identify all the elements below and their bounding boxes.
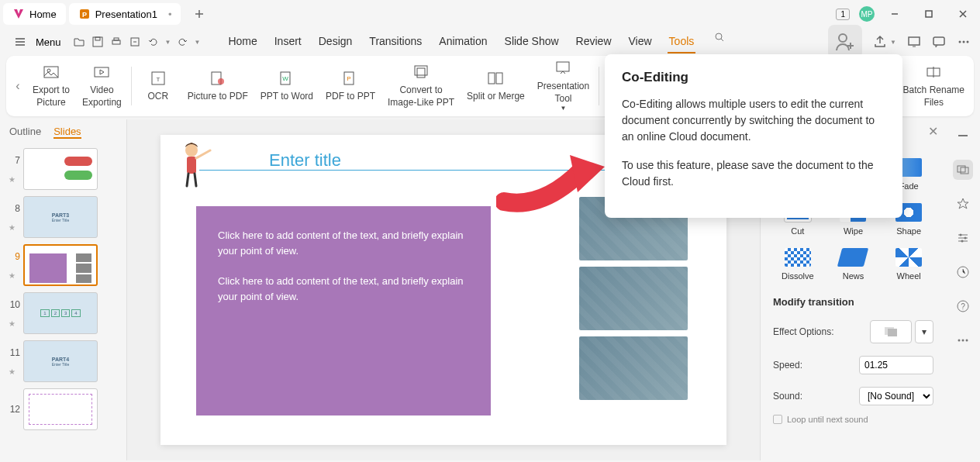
slide-thumb[interactable]: 1234 (23, 292, 98, 334)
effect-preview[interactable] (870, 320, 912, 343)
tab-transitions[interactable]: Transitions (368, 30, 423, 53)
speed-label: Speed: (773, 360, 802, 371)
tab-view[interactable]: View (627, 30, 654, 53)
sidetool-settings[interactable] (953, 228, 973, 248)
speed-input[interactable] (859, 356, 933, 374)
sound-select[interactable]: [No Sound] (859, 387, 933, 405)
sidetool-history[interactable] (953, 262, 973, 282)
slide-item-9[interactable]: 9★ (6, 244, 120, 286)
menu-label[interactable]: Menu (36, 36, 61, 48)
tab-insert[interactable]: Insert (273, 30, 303, 53)
transition-news[interactable]: News (829, 248, 878, 281)
more-icon[interactable] (957, 35, 971, 49)
slide-thumb[interactable] (23, 148, 98, 190)
tooltip-title: Co-Editing (622, 70, 885, 85)
share-icon[interactable] (873, 35, 887, 49)
rib-pdf-ppt[interactable]: P PDF to PPT (319, 66, 381, 106)
slides-list[interactable]: 7★ 8★ PART3Enter Title 9★ 10★ 1234 11★ P… (0, 145, 126, 460)
content-box[interactable]: Click here to add content of the text, a… (196, 206, 491, 415)
tab-home[interactable]: Home (226, 30, 258, 53)
user-avatar[interactable]: MP (859, 6, 875, 22)
tool-icon (554, 59, 572, 78)
sidetool-more[interactable] (953, 330, 973, 350)
save-icon[interactable] (91, 35, 105, 49)
undo-chevron[interactable]: ▼ (165, 39, 171, 46)
sidetool-transitions[interactable] (953, 160, 973, 180)
slide-title[interactable]: Enter title (269, 150, 341, 171)
rib-ppt-word[interactable]: W PPT to Word (254, 66, 319, 106)
effect-options-row: Effect Options: ▾ (773, 320, 933, 343)
svg-rect-11 (933, 37, 944, 45)
rib-batch-rename[interactable]: Batch Rename Files (897, 60, 971, 112)
slide-thumb-active[interactable] (23, 244, 98, 286)
split-icon (486, 69, 505, 88)
tab-outline[interactable]: Outline (9, 126, 41, 139)
content-para-1[interactable]: Click here to add content of the text, a… (218, 228, 469, 258)
sidetool-help[interactable]: ? (953, 296, 973, 316)
slide-item-8[interactable]: 8★ PART3Enter Title (6, 196, 120, 238)
sidetool-collapse[interactable] (953, 126, 973, 146)
tab-tools[interactable]: Tools (668, 30, 696, 53)
transition-wheel[interactable]: Wheel (884, 248, 933, 281)
slide-item-11[interactable]: 11★ PART4Enter Title (6, 340, 120, 382)
svg-rect-29 (496, 73, 502, 84)
svg-point-39 (960, 234, 962, 236)
svg-point-45 (958, 340, 961, 342)
panel-close-icon[interactable]: ✕ (928, 124, 938, 139)
hamburger-button[interactable] (9, 33, 31, 51)
slide-image-2[interactable] (579, 267, 688, 330)
screen-icon[interactable] (907, 35, 921, 49)
tab-design[interactable]: Design (317, 30, 354, 53)
close-button[interactable] (949, 3, 977, 25)
wps-logo-icon (12, 8, 25, 20)
loop-checkbox[interactable] (773, 415, 782, 424)
maximize-button[interactable] (915, 3, 943, 25)
undo-icon[interactable] (147, 35, 160, 49)
new-tab-button[interactable] (190, 5, 209, 23)
document-tab[interactable]: P Presentation1 • (69, 3, 181, 25)
rib-ocr[interactable]: T OCR (135, 66, 181, 106)
window-count[interactable]: 1 (836, 9, 850, 20)
search-icon[interactable] (713, 30, 726, 44)
animation-star-icon: ★ (9, 223, 18, 232)
slide-item-10[interactable]: 10★ 1234 (6, 292, 120, 334)
rib-split-merge[interactable]: Split or Merge (461, 66, 531, 106)
rib-picture-pdf[interactable]: Picture to PDF (181, 66, 254, 106)
rib-export-picture[interactable]: Export to Picture (26, 60, 76, 112)
tab-animation[interactable]: Animation (437, 30, 488, 53)
quick-access-toolbar: ▼ ▼ (72, 35, 201, 49)
slide-thumb[interactable]: PART4Enter Title (23, 340, 98, 382)
redo-icon[interactable] (175, 35, 189, 49)
effect-dropdown[interactable]: ▾ (915, 320, 933, 343)
export-icon[interactable] (128, 35, 142, 49)
home-tab[interactable]: Home (3, 3, 66, 25)
titlebar-right: 1 MP (836, 3, 977, 25)
speed-row: Speed: (773, 356, 933, 374)
ribbon-prev[interactable]: ‹ (9, 59, 26, 113)
slide-item-7[interactable]: 7★ (6, 148, 120, 190)
tab-slides[interactable]: Slides (53, 126, 81, 139)
sidetool-star[interactable] (953, 194, 973, 214)
redo-chevron[interactable]: ▼ (194, 39, 200, 46)
slide-thumb[interactable] (23, 388, 98, 430)
tab-slideshow[interactable]: Slide Show (503, 30, 561, 53)
slide-thumb[interactable]: PART3Enter Title (23, 196, 98, 238)
tab-review[interactable]: Review (575, 30, 613, 53)
loop-row[interactable]: Loop until next sound (773, 415, 933, 424)
rib-presentation-tool[interactable]: Presentation Tool ▼ (531, 56, 595, 116)
chat-icon[interactable] (932, 35, 946, 49)
share-chevron[interactable]: ▼ (890, 39, 896, 46)
slide-item-12[interactable]: 12 (6, 388, 120, 430)
slide-image-3[interactable] (579, 336, 688, 400)
open-icon[interactable] (72, 35, 86, 49)
coedit-tooltip: Co-Editing Co-Editing allows multiple us… (605, 54, 902, 218)
pic-pdf-icon (209, 69, 227, 88)
rib-imagelike[interactable]: Convert to Image-Like PPT (381, 60, 461, 112)
transition-dissolve[interactable]: Dissolve (773, 248, 823, 281)
rib-video-export[interactable]: Video Exporting (76, 60, 128, 112)
print-icon[interactable] (109, 35, 123, 49)
slide-panel: Outline Slides 7★ 8★ PART3Enter Title 9★… (0, 119, 127, 460)
content-para-2[interactable]: Click here to add content of the text, a… (218, 274, 469, 304)
minimize-button[interactable] (881, 3, 909, 25)
chevron-down-icon: ▼ (561, 105, 567, 112)
